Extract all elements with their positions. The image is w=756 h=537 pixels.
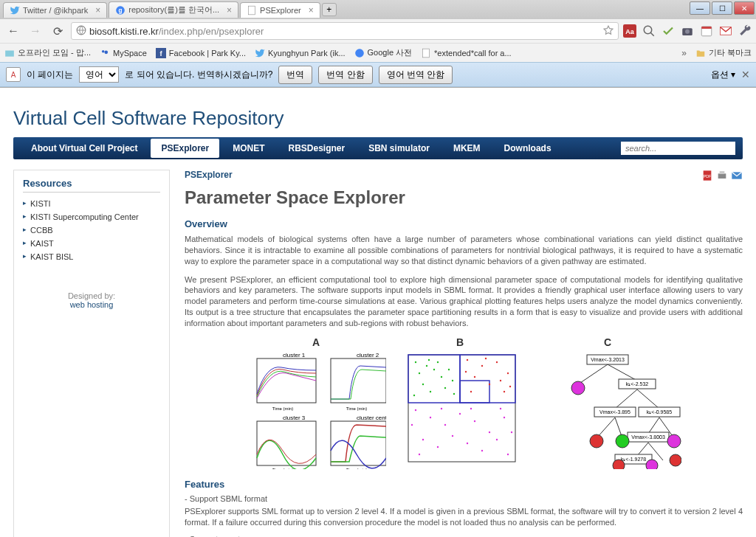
tab-close-icon[interactable]: ×	[309, 5, 314, 15]
svg-point-74	[437, 446, 439, 448]
svg-text:g: g	[119, 7, 123, 13]
page-icon	[421, 48, 431, 58]
svg-point-79	[507, 454, 509, 455]
svg-point-61	[470, 391, 472, 392]
overview-para1: Mathematical models of biological system…	[185, 234, 743, 267]
svg-text:Time (min): Time (min)	[346, 468, 367, 469]
svg-point-70	[474, 420, 475, 422]
sidebar-item-ccbb[interactable]: CCBB	[23, 224, 160, 237]
search-extension-icon[interactable]	[642, 24, 656, 38]
wrench-icon[interactable]	[738, 24, 752, 38]
bookmark-item[interactable]: Kyunghyun Park (ik...	[255, 48, 346, 58]
breadcrumb: PSExplorer	[185, 170, 743, 180]
designed-by: Designed by: web hosting	[23, 291, 160, 309]
window-maximize-button[interactable]: ☐	[712, 1, 732, 15]
web-hosting-link[interactable]: web hosting	[70, 300, 114, 309]
translate-suffix: 로 되어 있습니다. 번역하시겠습니까?	[125, 69, 272, 81]
google-icon	[354, 48, 365, 58]
svg-point-52	[453, 393, 455, 395]
panel-a-label: A	[246, 336, 386, 348]
bookmark-star-icon[interactable]	[603, 25, 614, 38]
window-close-button[interactable]: ✕	[734, 1, 755, 15]
tab-repository[interactable]: g repository(를)를 한국어... ×	[109, 1, 238, 18]
bookmark-item[interactable]: *extended*call for a...	[421, 48, 512, 58]
svg-point-6	[644, 26, 652, 34]
gmail-icon[interactable]	[719, 24, 732, 38]
bookmark-item[interactable]: fFacebook | Park Ky...	[156, 48, 246, 58]
tab-close-icon[interactable]: ×	[227, 5, 232, 15]
overview-para2: We present PSExplorer, an efficient comp…	[185, 274, 743, 329]
bookmarks-bar: 오프라인 모임 - 맙... MySpace fFacebook | Park …	[0, 43, 756, 62]
svg-point-114	[670, 454, 681, 466]
svg-text:PDF: PDF	[704, 174, 712, 179]
sidebar-item-supercomputing[interactable]: KISTI Supercomputing Center	[23, 210, 160, 224]
calendar-extension-icon[interactable]	[700, 24, 713, 38]
menu-about[interactable]: About Virtual Cell Project	[21, 139, 148, 158]
google-icon: g	[115, 5, 126, 15]
translate-no-english-button[interactable]: 영어 번역 안함	[379, 66, 453, 84]
svg-point-44	[441, 376, 442, 378]
svg-point-43	[433, 369, 435, 370]
menu-mkem[interactable]: MKEM	[443, 139, 491, 158]
menu-monet[interactable]: MONET	[222, 139, 275, 158]
tab-psexplorer[interactable]: PSExplorer ×	[240, 2, 320, 18]
menu-rbsdesigner[interactable]: RBSDesigner	[278, 139, 356, 158]
menu-downloads[interactable]: Downloads	[494, 139, 562, 158]
menu-sbn[interactable]: SBN simulator	[358, 139, 440, 158]
tab-label: repository(를)를 한국어...	[128, 4, 219, 15]
bookmark-item[interactable]: Google 사전	[354, 47, 413, 58]
print-icon[interactable]	[716, 170, 728, 181]
svg-point-73	[422, 439, 424, 440]
reload-button[interactable]: ⟳	[49, 22, 66, 40]
browser-tabs: Twitter / @ikhpark × g repository(를)를 한국…	[0, 0, 756, 19]
camera-extension-icon[interactable]	[681, 24, 694, 38]
tab-twitter[interactable]: Twitter / @ikhpark ×	[3, 2, 107, 18]
svg-point-77	[481, 450, 483, 451]
window-minimize-button[interactable]: —	[690, 1, 710, 15]
svg-point-109	[590, 434, 603, 448]
tab-label: Twitter / @ikhpark	[23, 6, 88, 15]
check-extension-icon[interactable]	[662, 24, 675, 38]
forward-button[interactable]: →	[27, 22, 44, 40]
svg-point-40	[415, 361, 416, 363]
tab-label: PSExplorer	[260, 6, 301, 15]
svg-point-85	[511, 432, 512, 433]
svg-rect-28	[331, 358, 386, 403]
main-menu: About Virtual Cell Project PSExplorer MO…	[13, 137, 743, 159]
svg-text:k₁<-2.532: k₁<-2.532	[626, 381, 649, 387]
new-tab-button[interactable]: +	[322, 3, 337, 16]
search-input[interactable]	[621, 142, 735, 155]
translate-button[interactable]: 번역	[278, 66, 312, 84]
translate-prefix: 이 페이지는	[27, 69, 73, 81]
pdf-icon[interactable]: PDF	[701, 170, 713, 181]
translate-no-button[interactable]: 번역 안함	[318, 66, 372, 84]
menu-psexplorer[interactable]: PSExplorer	[151, 139, 219, 158]
svg-point-76	[467, 443, 468, 444]
svg-point-55	[481, 365, 483, 367]
tab-close-icon[interactable]: ×	[95, 5, 100, 15]
bookmark-item[interactable]: MySpace	[100, 48, 147, 58]
email-icon[interactable]	[731, 170, 743, 181]
bookmark-other[interactable]: 기타 북마크	[695, 47, 752, 58]
bookmark-item[interactable]: 오프라인 모임 - 맙...	[4, 47, 91, 58]
address-bar[interactable]: biosoft.kisti.re.kr/index.php/en/psexplo…	[71, 22, 619, 40]
svg-point-84	[411, 424, 413, 426]
svg-text:cluster 1: cluster 1	[283, 352, 306, 358]
back-button[interactable]: ←	[4, 22, 22, 40]
svg-point-108	[571, 381, 585, 395]
translate-options[interactable]: 옵션 ▾	[711, 69, 735, 81]
svg-point-81	[441, 408, 442, 409]
sidebar-item-kaist[interactable]: KAIST	[23, 237, 160, 250]
svg-text:cluster 3: cluster 3	[283, 415, 306, 421]
translate-lang-select[interactable]: 영어	[79, 66, 119, 83]
adblock-icon[interactable]: Aa	[623, 24, 636, 38]
sidebar-item-bisl[interactable]: KAIST BISL	[23, 250, 160, 263]
translate-close-icon[interactable]: ✕	[741, 69, 750, 80]
svg-point-53	[428, 359, 430, 361]
svg-point-48	[452, 380, 453, 381]
panel-a-plots: cluster 1 Time (min) cluster 2	[246, 351, 386, 469]
svg-text:Time (min): Time (min)	[272, 406, 293, 411]
sidebar-item-kisti[interactable]: KISTI	[23, 197, 160, 210]
svg-point-58	[474, 376, 475, 378]
bookmarks-overflow-icon[interactable]: »	[681, 48, 687, 58]
